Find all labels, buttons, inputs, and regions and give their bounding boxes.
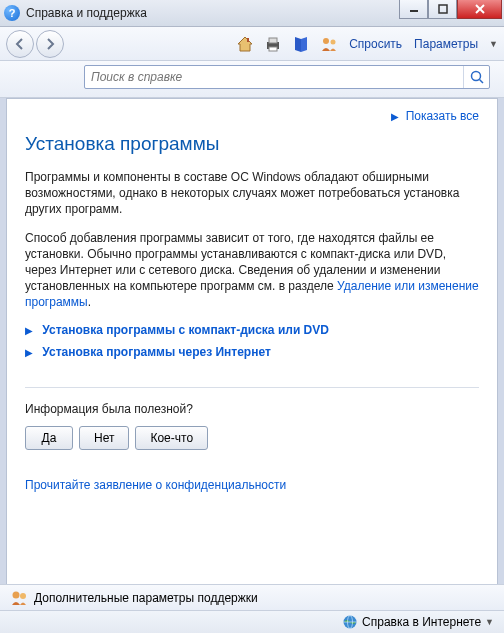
svg-point-10: [471, 72, 480, 81]
close-icon: [474, 4, 486, 14]
online-help-link[interactable]: Справка в Интернете: [362, 615, 481, 629]
window-titlebar: ? Справка и поддержка: [0, 0, 504, 27]
people-icon: [319, 34, 339, 54]
page-heading: Установка программы: [25, 133, 479, 155]
minimize-button[interactable]: [399, 0, 428, 19]
online-help-bar: Справка в Интернете ▼: [0, 610, 504, 633]
expander-label-1[interactable]: Установка программы с компакт-диска или …: [42, 323, 329, 337]
svg-point-12: [13, 591, 20, 598]
book-icon: [291, 34, 311, 54]
search-box: [84, 65, 490, 89]
arrow-right-icon: [44, 38, 56, 50]
window-title: Справка и поддержка: [26, 6, 147, 20]
svg-rect-1: [439, 5, 447, 13]
svg-point-13: [20, 593, 26, 599]
show-all-arrow-icon: ▶: [391, 111, 399, 122]
globe-icon: [342, 614, 358, 630]
privacy-row: Прочитайте заявление о конфиденциальност…: [25, 478, 479, 492]
feedback-no-button[interactable]: Нет: [79, 426, 129, 450]
online-help-caret-icon: ▼: [485, 617, 494, 627]
home-icon: [235, 34, 255, 54]
show-all-link[interactable]: Показать все: [406, 109, 479, 123]
svg-point-8: [323, 38, 329, 44]
expander-install-from-internet[interactable]: ▶ Установка программы через Интернет: [25, 345, 479, 359]
show-all-row: ▶ Показать все: [25, 109, 479, 123]
expand-arrow-icon-1: ▶: [25, 325, 33, 336]
options-link[interactable]: Параметры: [409, 37, 483, 51]
feedback-buttons: Да Нет Кое-что: [25, 426, 479, 450]
window-controls: [399, 0, 502, 19]
main-toolbar: Спросить Параметры ▼: [0, 27, 504, 61]
feedback-question: Информация была полезной?: [25, 402, 479, 416]
search-input[interactable]: [85, 70, 463, 84]
maximize-button[interactable]: [428, 0, 457, 19]
divider: [25, 387, 479, 388]
print-button[interactable]: [260, 31, 286, 57]
feedback-yes-button[interactable]: Да: [25, 426, 73, 450]
ask-link[interactable]: Спросить: [344, 37, 407, 51]
support-options-label: Дополнительные параметры поддержки: [34, 591, 258, 605]
intro-text-2b: .: [88, 295, 91, 309]
expander-install-from-disc[interactable]: ▶ Установка программы с компакт-диска ил…: [25, 323, 479, 337]
nav-back-button[interactable]: [6, 30, 34, 58]
search-icon: [469, 69, 485, 85]
search-bar: [0, 61, 504, 98]
nav-forward-button[interactable]: [36, 30, 64, 58]
options-caret-icon: ▼: [489, 39, 498, 49]
feedback-somewhat-button[interactable]: Кое-что: [135, 426, 208, 450]
support-options-icon: [10, 589, 28, 607]
arrow-left-icon: [14, 38, 26, 50]
home-button[interactable]: [232, 31, 258, 57]
expander-label-2[interactable]: Установка программы через Интернет: [42, 345, 271, 359]
content-panel: ▶ Показать все Установка программы Прогр…: [6, 98, 498, 592]
help-app-icon: ?: [4, 5, 20, 21]
maximize-icon: [438, 4, 448, 14]
printer-icon: [263, 34, 283, 54]
support-options-bar[interactable]: Дополнительные параметры поддержки: [0, 584, 504, 610]
intro-paragraph-2: Способ добавления программы зависит от т…: [25, 230, 479, 311]
svg-rect-6: [269, 38, 277, 43]
svg-rect-4: [247, 38, 249, 42]
privacy-link[interactable]: Прочитайте заявление о конфиденциальност…: [25, 478, 286, 492]
expand-arrow-icon-2: ▶: [25, 347, 33, 358]
browse-button[interactable]: [288, 31, 314, 57]
svg-point-9: [331, 39, 336, 44]
search-submit-button[interactable]: [463, 66, 489, 88]
content-scroll[interactable]: ▶ Показать все Установка программы Прогр…: [7, 99, 497, 591]
svg-rect-7: [269, 47, 277, 51]
minimize-icon: [409, 4, 419, 14]
close-button[interactable]: [457, 0, 502, 19]
ask-icon-button[interactable]: [316, 31, 342, 57]
intro-paragraph-1: Программы и компоненты в составе ОС Wind…: [25, 169, 479, 218]
svg-line-11: [479, 80, 483, 84]
